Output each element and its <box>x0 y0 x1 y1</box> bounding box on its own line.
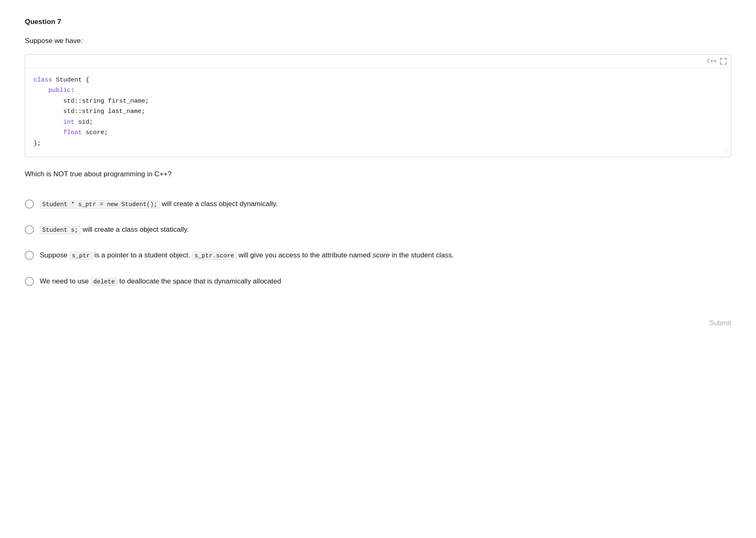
option-b-code: Student s; <box>40 226 81 234</box>
option-b-text: Student s; will create a class object st… <box>40 224 731 235</box>
question-label: Question 7 <box>25 17 731 27</box>
option-b[interactable]: Student s; will create a class object st… <box>25 217 731 243</box>
radio-c[interactable] <box>25 251 34 260</box>
option-c-code2: s_ptr.score <box>192 252 237 260</box>
option-c-code1: s_ptr <box>69 252 93 260</box>
code-lang-label: C++ <box>707 57 717 65</box>
option-d-code: delete <box>91 278 117 286</box>
submit-area: Submit <box>25 311 731 327</box>
radio-b[interactable] <box>25 225 34 234</box>
option-c[interactable]: Suppose s_ptr is a pointer to a student … <box>25 243 731 268</box>
option-a-text: Student * s_ptr = new Student(); will cr… <box>40 199 731 209</box>
expand-icon[interactable] <box>720 58 727 65</box>
option-a-code: Student * s_ptr = new Student(); <box>40 200 160 209</box>
option-d-text: We need to use delete to deallocate the … <box>40 276 731 287</box>
code-resize-handle[interactable]: ⌟ <box>724 146 727 155</box>
question-intro: Suppose we have: <box>25 36 731 46</box>
options-list: Student * s_ptr = new Student(); will cr… <box>25 191 731 294</box>
question-container: Question 7 Suppose we have: C++ class St… <box>25 17 731 327</box>
option-d[interactable]: We need to use delete to deallocate the … <box>25 269 731 294</box>
submit-button[interactable]: Submit <box>709 319 731 327</box>
code-block: class Student { public: std::string firs… <box>25 68 731 157</box>
which-question: Which is NOT true about programming in C… <box>25 169 731 180</box>
radio-a[interactable] <box>25 199 34 209</box>
code-block-wrapper: C++ class Student { public: std::string … <box>25 54 731 157</box>
radio-d[interactable] <box>25 277 34 286</box>
option-c-text: Suppose s_ptr is a pointer to a student … <box>40 250 731 261</box>
code-block-header: C++ <box>25 55 731 68</box>
option-a[interactable]: Student * s_ptr = new Student(); will cr… <box>25 191 731 217</box>
